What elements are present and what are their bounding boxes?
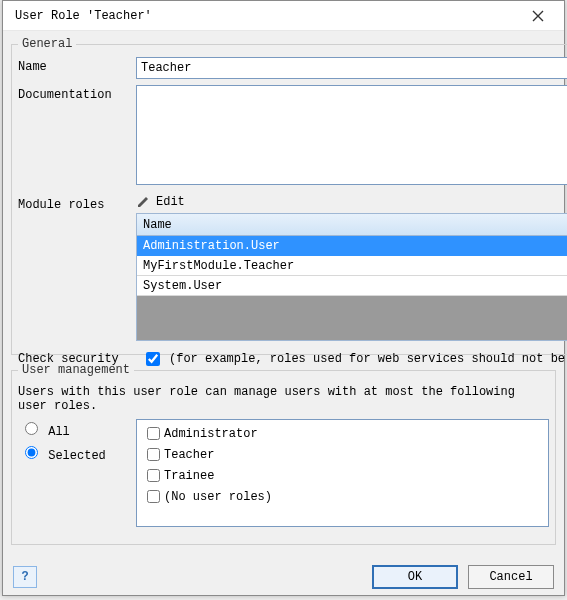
row-module-roles: Module roles Edit Name Administration.Us… bbox=[18, 195, 567, 341]
user-management-radios: All Selected bbox=[20, 419, 136, 463]
cancel-button[interactable]: Cancel bbox=[468, 565, 554, 589]
role-label: (No user roles) bbox=[164, 490, 272, 504]
grid-header-name: Name bbox=[143, 218, 172, 232]
client-area: General Name Documentation Module roles bbox=[3, 31, 564, 595]
close-icon bbox=[532, 10, 544, 22]
legend-user-management: User management bbox=[18, 363, 134, 377]
role-checkbox[interactable] bbox=[147, 490, 160, 503]
help-button[interactable]: ? bbox=[13, 566, 37, 588]
help-icon: ? bbox=[21, 570, 28, 584]
ok-button[interactable]: OK bbox=[372, 565, 458, 589]
role-checkbox[interactable] bbox=[147, 448, 160, 461]
radio-selected-text: Selected bbox=[48, 449, 106, 463]
documentation-textarea[interactable] bbox=[136, 85, 567, 185]
selected-roles-listbox[interactable]: Administrator Teacher Trainee (No user r… bbox=[136, 419, 549, 527]
radio-selected[interactable] bbox=[25, 446, 38, 459]
module-roles-grid[interactable]: Name Administration.User MyFirstModule.T… bbox=[136, 213, 567, 341]
edit-button[interactable]: Edit bbox=[136, 195, 567, 209]
role-checkbox[interactable] bbox=[147, 469, 160, 482]
pencil-icon bbox=[136, 195, 150, 209]
user-management-intro: Users with this user role can manage use… bbox=[18, 385, 549, 413]
radio-all[interactable] bbox=[25, 422, 38, 435]
role-label: Teacher bbox=[164, 448, 214, 462]
titlebar: User Role 'Teacher' bbox=[3, 1, 564, 31]
role-checkbox-item[interactable]: Trainee bbox=[143, 466, 542, 485]
legend-general: General bbox=[18, 37, 76, 51]
module-role-row[interactable]: System.User bbox=[137, 276, 567, 296]
role-checkbox-item[interactable]: Teacher bbox=[143, 445, 542, 464]
group-general: General Name Documentation Module roles bbox=[11, 37, 567, 355]
grid-header[interactable]: Name bbox=[137, 214, 567, 236]
role-checkbox-item[interactable]: (No user roles) bbox=[143, 487, 542, 506]
dialog-footer: ? OK Cancel bbox=[3, 559, 564, 595]
window-title: User Role 'Teacher' bbox=[15, 9, 152, 23]
role-checkbox[interactable] bbox=[147, 427, 160, 440]
role-checkbox-item[interactable]: Administrator bbox=[143, 424, 542, 443]
label-documentation: Documentation bbox=[18, 85, 136, 102]
module-role-row[interactable]: MyFirstModule.Teacher bbox=[137, 256, 567, 276]
radio-all-text: All bbox=[48, 425, 70, 439]
radio-all-label[interactable]: All bbox=[20, 419, 136, 439]
label-name: Name bbox=[18, 57, 136, 74]
role-label: Administrator bbox=[164, 427, 258, 441]
radio-selected-label[interactable]: Selected bbox=[20, 443, 136, 463]
group-user-management: User management Users with this user rol… bbox=[11, 363, 556, 545]
name-input[interactable] bbox=[136, 57, 567, 79]
row-documentation: Documentation bbox=[18, 85, 567, 189]
dialog-window: User Role 'Teacher' General Name Documen… bbox=[2, 0, 565, 596]
row-name: Name bbox=[18, 57, 567, 79]
module-role-row[interactable]: Administration.User bbox=[137, 236, 567, 256]
edit-label: Edit bbox=[156, 195, 185, 209]
role-label: Trainee bbox=[164, 469, 214, 483]
close-button[interactable] bbox=[518, 3, 558, 29]
label-module-roles: Module roles bbox=[18, 195, 136, 212]
